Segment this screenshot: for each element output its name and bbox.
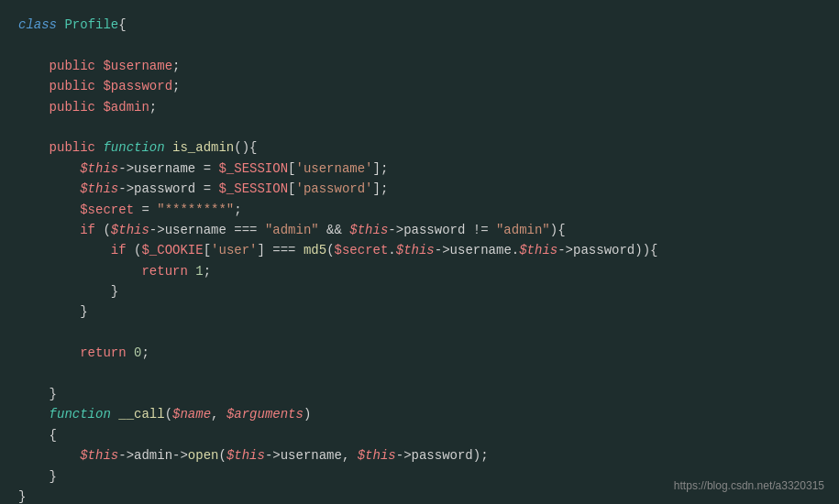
code-token: (	[326, 243, 334, 257]
code-token: }	[18, 284, 118, 299]
code-line: }	[18, 281, 821, 301]
code-token: &&	[319, 223, 350, 237]
code-line: class Profile{	[18, 15, 821, 35]
code-token: public	[18, 79, 103, 93]
code-token: ];	[373, 181, 389, 196]
code-line: {	[18, 425, 821, 445]
code-token: $admin	[103, 100, 149, 115]
code-line: function __call($name, $arguments)	[18, 404, 821, 424]
code-token: $this	[80, 448, 118, 463]
code-token: }	[18, 387, 57, 401]
code-token: ->username,	[265, 448, 358, 463]
code-line: if ($_COOKIE['user'] === md5($secret.$th…	[18, 240, 821, 260]
code-token	[18, 203, 80, 217]
code-token: return	[141, 264, 187, 279]
code-token: (	[165, 407, 172, 422]
code-line: $this->username = $_SESSION['username'];	[18, 159, 821, 179]
code-token: ;	[149, 100, 157, 115]
code-token: [	[204, 243, 211, 257]
code-token: function	[103, 140, 164, 155]
code-line	[18, 364, 821, 384]
code-line: }	[18, 301, 821, 322]
code-token	[18, 345, 80, 360]
code-token: ;	[141, 345, 149, 360]
code-token: $secret	[335, 243, 389, 257]
code-token: ->password)){	[557, 243, 657, 257]
code-token: $this	[396, 243, 435, 257]
code-token: }	[18, 489, 26, 504]
code-token	[18, 407, 50, 422]
code-block: class Profile{ public $username; public …	[18, 15, 821, 504]
code-token: (	[127, 243, 142, 257]
code-line: return 1;	[18, 261, 821, 281]
code-token: __call	[118, 407, 164, 422]
code-token: .	[388, 243, 395, 257]
code-token: $this	[519, 243, 557, 257]
code-token: $this	[111, 223, 149, 237]
code-token: public	[18, 100, 103, 115]
code-token: public	[18, 59, 103, 73]
code-token: ;	[172, 59, 180, 73]
code-token: ->password);	[396, 448, 489, 463]
code-token: )	[304, 407, 311, 422]
code-token: $this	[80, 161, 118, 176]
code-line: public $username;	[18, 56, 821, 76]
code-token	[165, 140, 172, 155]
code-token: }	[18, 469, 57, 484]
code-token: $_SESSION	[218, 161, 288, 176]
code-token: ,	[211, 407, 226, 422]
code-line: if ($this->username === "admin" && $this…	[18, 220, 821, 240]
code-token: ;	[234, 203, 241, 217]
code-token	[18, 243, 111, 257]
code-token: $this	[226, 448, 265, 463]
code-token: $name	[172, 407, 211, 422]
code-token: (	[218, 448, 226, 463]
code-token	[18, 448, 80, 463]
code-token: $this	[80, 181, 118, 196]
code-token: ){	[550, 223, 566, 237]
code-token: $arguments	[226, 407, 304, 422]
code-token	[18, 223, 80, 237]
code-line	[18, 117, 821, 137]
code-token: "admin"	[265, 223, 319, 237]
code-token: $password	[103, 79, 172, 93]
code-token: $this	[349, 223, 388, 237]
code-token	[127, 345, 134, 360]
code-token: ];	[373, 161, 389, 176]
code-line: $this->password = $_SESSION['password'];	[18, 179, 821, 199]
code-token	[18, 161, 80, 176]
code-token: ;	[204, 264, 211, 279]
code-token: ->username.	[435, 243, 519, 257]
code-token: open	[188, 448, 219, 463]
code-line	[18, 323, 821, 343]
code-token: $secret	[80, 203, 134, 217]
code-token: public	[18, 140, 103, 155]
code-token	[18, 264, 141, 279]
code-token: (	[95, 223, 111, 237]
code-line: }	[18, 384, 821, 404]
code-token	[111, 407, 118, 422]
code-token: 1	[195, 264, 203, 279]
code-line: public function is_admin(){	[18, 137, 821, 158]
code-line: public $password;	[18, 76, 821, 96]
code-token: if	[80, 223, 95, 237]
watermark: https://blog.csdn.net/a3320315	[674, 477, 824, 495]
code-token: {	[118, 17, 126, 32]
code-token: ->password !=	[388, 223, 496, 237]
code-token: "********"	[157, 203, 234, 217]
code-token: is_admin	[172, 140, 234, 155]
code-token: {	[18, 428, 57, 443]
code-token	[18, 181, 80, 196]
code-line	[18, 35, 821, 55]
code-token: ->username ===	[149, 223, 265, 237]
code-token: md5	[304, 243, 326, 257]
code-token: ->username =	[118, 161, 218, 176]
code-token: $_SESSION	[218, 181, 288, 196]
code-token: 'username'	[295, 161, 372, 176]
code-token: $this	[358, 448, 396, 463]
code-token: $_COOKIE	[141, 243, 203, 257]
code-token: "admin"	[496, 223, 550, 237]
code-token: Profile	[64, 17, 118, 32]
code-token: }	[18, 304, 88, 319]
code-line: $secret = "********";	[18, 200, 821, 220]
